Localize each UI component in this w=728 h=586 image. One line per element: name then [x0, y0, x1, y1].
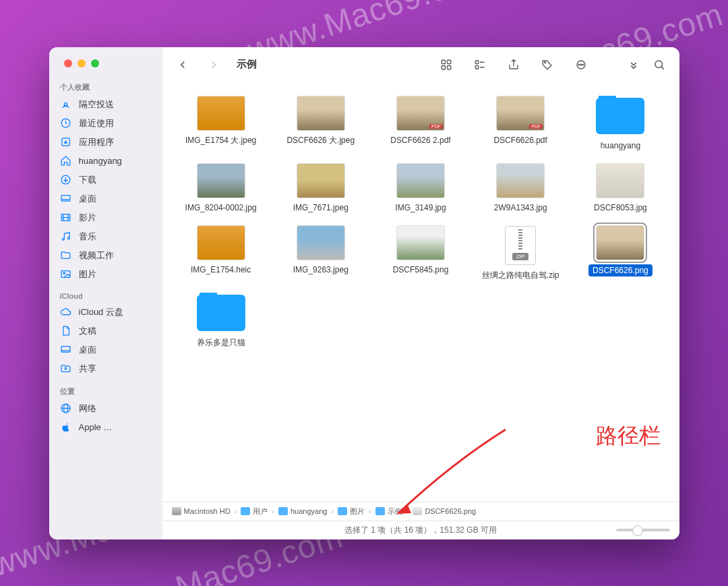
sidebar-item-app[interactable]: 应用程序	[55, 133, 157, 152]
sidebar-item-apple[interactable]: Apple …	[55, 418, 157, 437]
sidebar-item-music[interactable]: 音乐	[55, 227, 157, 246]
file-thumbnail	[197, 96, 245, 131]
svg-rect-5	[61, 196, 70, 202]
zip-icon: ZIP	[503, 225, 538, 266]
file-item[interactable]: PDFDSCF6626.pdf	[474, 96, 567, 151]
doc-icon	[60, 325, 72, 337]
file-item[interactable]: 养乐多是只猫	[175, 293, 268, 348]
svg-rect-21	[442, 60, 445, 63]
maximize-button[interactable]	[91, 59, 99, 67]
sidebar-item-home[interactable]: huangyang	[55, 152, 157, 171]
sidebar-item-label: 网络	[79, 403, 96, 415]
sidebar-item-desktop[interactable]: 桌面	[55, 341, 157, 359]
file-thumbnail	[596, 225, 644, 260]
svg-point-33	[580, 64, 582, 65]
sidebar-item-label: 最近使用	[79, 117, 114, 129]
sidebar-item-doc[interactable]: 文稿	[55, 322, 157, 341]
sidebar-item-label: huangyang	[79, 156, 122, 166]
file-item[interactable]: DSCF6626 大.jpeg	[274, 96, 367, 151]
svg-rect-15	[61, 347, 70, 353]
path-separator: ›	[272, 507, 274, 515]
path-segment[interactable]: 示例	[375, 506, 402, 517]
close-button[interactable]	[64, 59, 72, 67]
content-area: 示例 IMG_E1754 大.jpegDSCF6626 大.jpegPDFDSC…	[162, 47, 679, 539]
file-item[interactable]: DSCF5845.png	[374, 225, 467, 281]
tag-button[interactable]	[538, 55, 557, 74]
sidebar-item-shared[interactable]: 共享	[55, 359, 157, 378]
file-grid[interactable]: IMG_E1754 大.jpegDSCF6626 大.jpegPDFDSCF66…	[162, 82, 679, 502]
file-item[interactable]: DSCF6626.png	[574, 225, 667, 281]
sidebar-item-download[interactable]: 下载	[55, 171, 157, 189]
svg-point-17	[65, 368, 67, 370]
app-icon	[60, 136, 72, 148]
sidebar-item-label: 图片	[79, 268, 96, 281]
sidebar-item-clock[interactable]: 最近使用	[55, 114, 157, 133]
shared-icon	[60, 363, 72, 375]
file-item[interactable]: ZIP丝绸之路纯电自驾.zip	[474, 225, 567, 281]
sidebar-item-folder[interactable]: 视频工作	[55, 246, 157, 265]
sidebar-item-network[interactable]: 网络	[55, 399, 157, 418]
movie-icon	[60, 212, 72, 224]
sidebar-item-cloud[interactable]: iCloud 云盘	[55, 303, 157, 322]
file-thumbnail	[197, 225, 245, 260]
sidebar: 个人收藏隔空投送最近使用应用程序huangyang下载桌面影片音乐视频工作图片i…	[49, 47, 162, 539]
file-item[interactable]: DSCF8053.jpg	[574, 163, 667, 213]
sidebar-item-movie[interactable]: 影片	[55, 208, 157, 227]
sidebar-item-label: 音乐	[79, 231, 96, 243]
back-button[interactable]	[173, 55, 192, 74]
path-bar[interactable]: Macintosh HD›用户›huangyang›图片›示例›DSCF6626…	[162, 502, 679, 521]
action-button[interactable]	[572, 55, 590, 74]
file-label: IMG_E1754.heic	[191, 264, 251, 275]
path-segment[interactable]: Macintosh HD	[172, 507, 231, 515]
forward-button[interactable]	[204, 55, 223, 74]
sidebar-item-desktop[interactable]: 桌面	[55, 189, 157, 208]
window-controls	[55, 47, 157, 74]
file-item[interactable]: huangyang	[574, 96, 667, 151]
network-icon	[60, 403, 72, 415]
sidebar-item-airdrop[interactable]: 隔空投送	[55, 95, 157, 114]
path-segment[interactable]: 图片	[338, 506, 365, 517]
window-title: 示例	[237, 58, 257, 71]
apple-icon	[60, 421, 72, 434]
path-segment[interactable]: huangyang	[278, 507, 327, 515]
clock-icon	[60, 117, 72, 129]
file-label: 丝绸之路纯电自驾.zip	[482, 270, 559, 281]
svg-rect-24	[447, 65, 450, 69]
zoom-slider[interactable]	[616, 529, 670, 531]
file-thumbnail	[396, 225, 445, 260]
file-item[interactable]: IMG_7671.jpeg	[274, 163, 367, 213]
file-item[interactable]: IMG_3149.jpg	[374, 163, 467, 213]
file-thumbnail	[396, 163, 445, 198]
download-icon	[60, 174, 72, 186]
file-thumbnail	[297, 96, 345, 131]
file-item[interactable]: 2W9A1343.jpg	[474, 163, 567, 213]
svg-point-35	[655, 61, 663, 68]
file-item[interactable]: IMG_9263.jpeg	[274, 225, 367, 281]
file-item[interactable]: PDFDSCF6626 2.pdf	[374, 96, 467, 151]
group-button[interactable]	[471, 55, 489, 74]
path-separator: ›	[235, 507, 237, 515]
file-label: DSCF6626 大.jpeg	[286, 135, 355, 146]
file-label: IMG_7671.jpeg	[293, 202, 348, 213]
share-button[interactable]	[504, 55, 523, 74]
cloud-icon	[60, 306, 72, 318]
file-item[interactable]: IMG_8204-0002.jpg	[175, 163, 268, 213]
status-bar: 选择了 1 项（共 16 项），151.32 GB 可用	[162, 521, 679, 539]
path-segment[interactable]: 用户	[241, 506, 268, 517]
file-item[interactable]: IMG_E1754 大.jpeg	[175, 96, 268, 151]
file-label: DSCF8053.jpg	[594, 202, 647, 213]
file-label: DSCF6626 2.pdf	[390, 135, 450, 146]
search-button[interactable]	[650, 55, 669, 74]
sidebar-item-photo[interactable]: 图片	[55, 265, 157, 284]
file-item[interactable]: IMG_E1754.heic	[175, 225, 268, 281]
file-label: 养乐多是只猫	[197, 337, 245, 348]
path-segment[interactable]: DSCF6626.png	[413, 507, 476, 515]
file-thumbnail	[496, 163, 545, 198]
sidebar-heading: 位置	[55, 382, 157, 399]
file-thumbnail	[297, 225, 345, 260]
file-label: IMG_E1754 大.jpeg	[185, 135, 256, 146]
view-icons-button[interactable]	[437, 55, 456, 74]
minimize-button[interactable]	[78, 59, 86, 67]
file-label: DSCF6626.png	[588, 264, 653, 276]
overflow-button[interactable]	[624, 55, 643, 74]
